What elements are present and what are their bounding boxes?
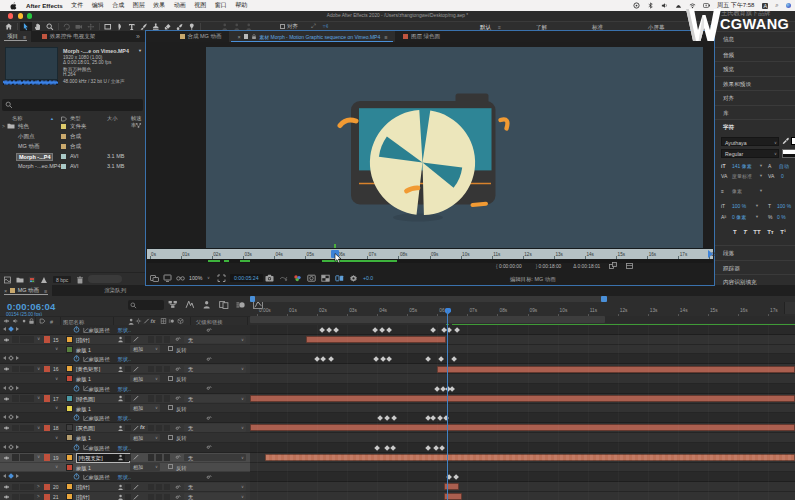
menu-item-4[interactable]: 效果	[153, 1, 165, 10]
viewer-tab-2[interactable]: 图层 绿色圆	[395, 31, 448, 42]
menu-item-5[interactable]: 动画	[174, 1, 186, 10]
prev-keyframe-icon[interactable]	[3, 386, 6, 390]
next-keyframe-icon[interactable]	[16, 356, 19, 360]
solo-column-icon[interactable]	[21, 318, 28, 325]
invert-checkbox[interactable]	[168, 435, 173, 440]
invert-checkbox[interactable]	[168, 464, 173, 469]
project-search-input[interactable]	[2, 99, 143, 111]
layer-name[interactable]: [绿色圆]	[76, 396, 95, 403]
font-family-select[interactable]: Ayuthaya∨	[721, 137, 779, 146]
close-tab-icon[interactable]: ×	[237, 34, 240, 40]
layer-duration-bar[interactable]	[250, 424, 795, 431]
expander-icon[interactable]: ∨	[55, 405, 58, 410]
eye-toggle-icon[interactable]	[3, 484, 10, 490]
project-item-row[interactable]: 小圆点合成	[0, 131, 145, 141]
mask-mode-dropdown[interactable]: 相加∨	[130, 404, 160, 412]
timeline-row-prop[interactable]: 蒙版路径形状..	[0, 443, 795, 453]
shy-column-icon[interactable]	[127, 318, 134, 325]
tool-people-1[interactable]	[219, 22, 231, 31]
timeline-ruler[interactable]: 0:00s01s02s03s04s05s06s07s08s09s10s11s12…	[250, 302, 795, 324]
mask-name[interactable]: 蒙版 1	[76, 376, 91, 383]
workspace-2[interactable]: 标准	[592, 24, 603, 31]
mask-color-swatch[interactable]	[66, 375, 73, 382]
speaker-column-icon[interactable]	[12, 318, 19, 325]
tab-effect-controls[interactable]: 效果控件 电视支架	[37, 31, 100, 42]
keyframe-diamond[interactable]	[425, 445, 431, 451]
tool-pan-behind[interactable]	[85, 22, 97, 31]
keyframe-diamond[interactable]	[454, 327, 460, 333]
eyedropper-icon[interactable]	[782, 137, 790, 145]
item-name[interactable]: Morph -...P4	[16, 153, 53, 161]
layer-label-chip[interactable]	[44, 425, 51, 432]
keyframe-diamond[interactable]	[379, 327, 385, 333]
chevron-down-icon[interactable]: ∨	[207, 275, 210, 280]
sun-column-icon[interactable]	[135, 318, 142, 325]
keyframe-diamond[interactable]	[430, 327, 436, 333]
stopwatch-toggle-icon[interactable]	[73, 326, 80, 334]
label-chip[interactable]	[61, 154, 66, 159]
tool-hand[interactable]	[32, 22, 44, 31]
invert-checkbox[interactable]	[168, 346, 173, 351]
views-icon[interactable]	[335, 274, 344, 282]
playhead-line[interactable]	[447, 310, 448, 500]
project-item-row[interactable]: MG 动画合成	[0, 141, 145, 151]
timeline-row-layer[interactable]: ∨16[黄色矩形]无∨	[0, 364, 795, 374]
stroke-swatch[interactable]	[782, 149, 795, 158]
menu-item-1[interactable]: 编辑	[92, 1, 104, 10]
expander-icon[interactable]: ∨	[55, 435, 58, 440]
parent-pickwhip-icon[interactable]	[174, 454, 181, 461]
label-column-icon[interactable]	[39, 318, 46, 325]
layer-name[interactable]: [指针]	[76, 484, 90, 491]
layer-name[interactable]: [指针]	[76, 494, 90, 500]
mask-name[interactable]: 蒙版 1	[76, 465, 91, 472]
mask-color-swatch[interactable]	[66, 405, 73, 412]
add-keyframe-icon[interactable]	[8, 474, 14, 480]
keyframe-navigator[interactable]	[3, 327, 19, 331]
expander-icon[interactable]: ∨	[37, 366, 40, 371]
footage-preview-thumbnail[interactable]	[5, 47, 58, 80]
layer-label-chip[interactable]	[44, 395, 51, 402]
tab-overflow-icon[interactable]: »	[131, 31, 145, 42]
tool-type[interactable]	[126, 22, 138, 31]
solid-color-swatch[interactable]	[66, 454, 73, 461]
frameblend-toggle-icon[interactable]	[219, 300, 229, 309]
overlay-edit-icon[interactable]	[625, 262, 635, 270]
keyframe-diamond[interactable]	[319, 327, 325, 333]
keyframe-diamond[interactable]	[333, 327, 339, 333]
next-keyframe-icon[interactable]	[16, 415, 19, 419]
property-value[interactable]: 形状..	[118, 474, 132, 481]
solid-color-swatch[interactable]	[66, 424, 73, 431]
work-area-bar[interactable]	[250, 316, 605, 323]
timeline-row-prop[interactable]: 蒙版路径形状..	[0, 413, 795, 423]
expander-icon[interactable]: >	[2, 123, 5, 129]
layer-duration-bar[interactable]	[437, 366, 795, 373]
menu-item-0[interactable]: 文件	[71, 1, 83, 10]
layer-name[interactable]: [灰色圆]	[76, 425, 95, 432]
battery-icon[interactable]	[703, 2, 710, 9]
mask-mode-dropdown[interactable]: 相加∨	[130, 463, 160, 471]
quality-column-icon[interactable]	[143, 318, 150, 325]
folder-button-icon[interactable]	[16, 276, 24, 284]
panel-menu-icon[interactable]: ≡	[384, 34, 387, 40]
panel-header-音频[interactable]: 音频	[715, 47, 795, 61]
item-name[interactable]: MG 动画	[18, 143, 39, 150]
align-checkbox[interactable]	[280, 24, 285, 29]
parent-dropdown[interactable]: 无∨	[184, 483, 246, 491]
keyframe-diamond[interactable]	[438, 356, 444, 362]
share-screen-icon[interactable]: ⤢	[311, 23, 316, 30]
expander-icon[interactable]: ∨	[55, 464, 58, 469]
next-keyframe-icon[interactable]	[16, 474, 19, 478]
project-item-row[interactable]: Morph -...eo.MP4AVI3.1 MB	[0, 161, 145, 171]
bpc-button[interactable]: 8 bpc	[53, 276, 71, 283]
tool-zoom[interactable]	[44, 22, 56, 31]
comp-marker-button[interactable]	[784, 302, 795, 314]
project-item-row[interactable]: >纯色文件夹	[0, 121, 145, 131]
layer-label-chip[interactable]	[44, 366, 51, 373]
item-name[interactable]: 纯色	[18, 123, 29, 130]
stopwatch-toggle-icon[interactable]	[73, 414, 80, 422]
parent-pickwhip-icon[interactable]	[174, 336, 181, 343]
keyframe-diamond[interactable]	[380, 356, 386, 362]
roi-icon[interactable]	[217, 274, 226, 282]
fill-color-swatch[interactable]	[791, 137, 795, 145]
panel-header-段落[interactable]: 段落	[715, 245, 795, 260]
